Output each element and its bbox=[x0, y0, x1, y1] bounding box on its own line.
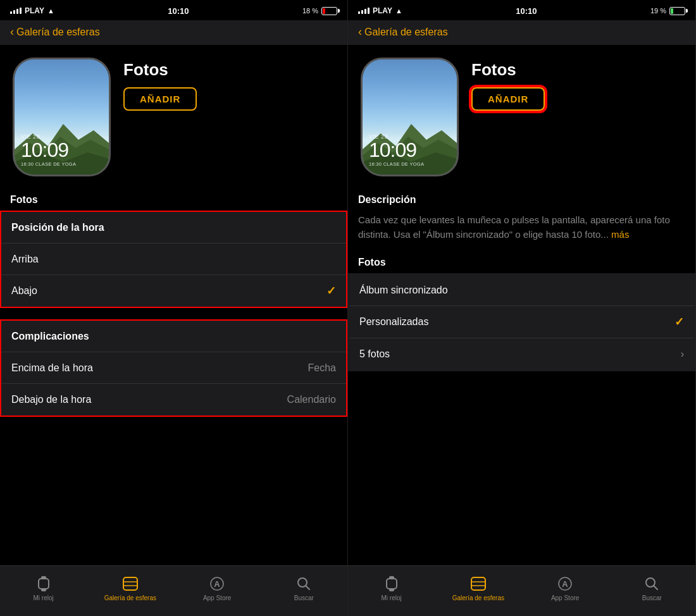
right-mi-reloj-icon bbox=[383, 576, 400, 592]
left-debajo-row[interactable]: Debajo de la hora Calendario bbox=[1, 384, 346, 416]
right-time: 10:10 bbox=[516, 6, 537, 16]
left-mi-reloj-icon bbox=[35, 576, 52, 592]
left-position-abajo: Abajo bbox=[11, 285, 37, 297]
left-add-button[interactable]: AÑADIR bbox=[123, 87, 197, 111]
right-description-title: Descripción bbox=[348, 187, 695, 211]
right-wifi-icon: ▲ bbox=[395, 7, 402, 15]
left-tab-galeria[interactable]: Galería de esferas bbox=[87, 576, 173, 601]
left-position-arriba-row[interactable]: Arriba bbox=[1, 243, 346, 275]
right-tab-bar: Mi reloj Galería de esferas A App Store bbox=[348, 565, 695, 616]
left-complications-title: Complicaciones bbox=[11, 331, 89, 342]
right-search-tab-icon bbox=[645, 577, 659, 591]
left-galeria-icon bbox=[122, 576, 139, 592]
left-fotos-label: Fotos bbox=[0, 187, 347, 211]
right-tab-app-store[interactable]: A App Store bbox=[522, 576, 609, 601]
svg-rect-4 bbox=[41, 576, 46, 579]
right-tab-galeria[interactable]: Galería de esferas bbox=[435, 576, 521, 601]
left-gallery-tab-icon bbox=[123, 577, 138, 591]
svg-line-12 bbox=[306, 586, 309, 589]
right-battery-pct: 19 % bbox=[650, 7, 666, 15]
right-status-bar: PLAY ▲ 10:10 19 % bbox=[348, 0, 695, 20]
signal-bar-2 bbox=[13, 10, 15, 14]
left-tab-mi-reloj[interactable]: Mi reloj bbox=[0, 576, 87, 601]
right-status-right: 19 % bbox=[650, 7, 685, 15]
right-battery bbox=[669, 7, 685, 15]
left-status-left: PLAY ▲ bbox=[10, 6, 54, 15]
signal-bar-4 bbox=[20, 8, 22, 14]
right-nav-bar: ‹ Galería de esferas bbox=[348, 20, 695, 45]
svg-rect-6 bbox=[123, 577, 137, 590]
left-tab-mi-reloj-label: Mi reloj bbox=[34, 594, 54, 601]
right-app-store-icon-container: A bbox=[557, 576, 573, 592]
left-debajo-label: Debajo de la hora bbox=[11, 394, 91, 405]
left-watch-frame: VIE 23 10:09 16:30 CLASE DE YOGA bbox=[13, 58, 111, 176]
svg-rect-17 bbox=[389, 576, 394, 579]
left-position-abajo-row[interactable]: Abajo ✓ bbox=[1, 275, 346, 307]
right-signal-bars bbox=[358, 8, 370, 14]
right-watch-frame: VIE 23 10:09 16:30 CLASE DE YOGA bbox=[361, 58, 459, 176]
left-tab-bar: Mi reloj Galería de esferas A App Store bbox=[0, 565, 347, 616]
right-fotos-title: Fotos bbox=[348, 249, 695, 273]
left-status-right: 18 % bbox=[302, 7, 337, 15]
right-description-text: Cada vez que levantes la muñeca o pulses… bbox=[348, 211, 695, 249]
left-encima-row[interactable]: Encima de la hora Fecha bbox=[1, 352, 346, 384]
right-more-link[interactable]: más bbox=[611, 229, 629, 240]
left-position-title: Posición de la hora bbox=[11, 222, 104, 233]
svg-rect-18 bbox=[389, 588, 394, 591]
left-debajo-value: Calendario bbox=[287, 394, 336, 405]
left-battery-fill bbox=[323, 8, 325, 14]
right-carrier: PLAY bbox=[373, 6, 392, 15]
right-tab-mi-reloj-label: Mi reloj bbox=[382, 594, 402, 601]
right-watch-face: VIE 23 10:09 16:30 CLASE DE YOGA bbox=[363, 59, 457, 175]
right-face-info: Fotos AÑADIR bbox=[471, 58, 685, 111]
signal-bar-1 bbox=[10, 11, 12, 14]
svg-line-25 bbox=[654, 586, 657, 589]
left-spacer bbox=[0, 309, 347, 319]
right-add-button[interactable]: AÑADIR bbox=[471, 87, 545, 111]
right-tab-app-store-label: App Store bbox=[551, 594, 579, 601]
left-tab-app-store-label: App Store bbox=[203, 594, 231, 601]
right-gallery-tab-icon bbox=[471, 577, 486, 591]
left-tab-buscar[interactable]: Buscar bbox=[261, 576, 347, 601]
right-personalizadas-label: Personalizadas bbox=[359, 316, 428, 328]
right-fotos-group: Álbum sincronizado Personalizadas ✓ 5 fo… bbox=[348, 273, 695, 371]
left-back-button[interactable]: ‹ Galería de esferas bbox=[10, 25, 100, 39]
left-phone-panel: PLAY ▲ 10:10 18 % ‹ Galería de esferas bbox=[0, 0, 348, 616]
left-watch-time: 10:09 bbox=[21, 140, 109, 160]
right-album-row[interactable]: Álbum sincronizado bbox=[349, 274, 694, 306]
left-appstore-tab-icon: A bbox=[210, 577, 224, 591]
left-watch-face: VIE 23 10:09 16:30 CLASE DE YOGA bbox=[15, 59, 109, 175]
right-tab-buscar[interactable]: Buscar bbox=[609, 576, 695, 601]
right-tab-buscar-label: Buscar bbox=[642, 594, 662, 601]
svg-rect-19 bbox=[471, 577, 485, 590]
right-face-title: Fotos bbox=[471, 60, 685, 80]
left-complications-group: Complicaciones Encima de la hora Fecha D… bbox=[0, 319, 347, 417]
left-complications-title-row[interactable]: Complicaciones bbox=[1, 321, 346, 352]
svg-rect-5 bbox=[41, 588, 46, 591]
right-watch-time: 10:09 bbox=[369, 140, 457, 160]
right-battery-icon bbox=[669, 7, 685, 15]
left-position-title-row[interactable]: Posición de la hora bbox=[1, 212, 346, 243]
left-watch-time-info: VIE 23 10:09 16:30 CLASE DE YOGA bbox=[15, 133, 109, 167]
left-position-group: Posición de la hora Arriba Abajo ✓ bbox=[0, 211, 347, 308]
right-galeria-icon bbox=[470, 576, 487, 592]
left-face-info: Fotos AÑADIR bbox=[123, 58, 337, 111]
right-signal-bar-3 bbox=[364, 9, 366, 14]
right-album-label: Álbum sincronizado bbox=[359, 285, 448, 296]
right-5fotos-row[interactable]: 5 fotos › bbox=[349, 338, 694, 370]
right-5fotos-chevron-icon: › bbox=[681, 348, 684, 360]
right-status-left: PLAY ▲ bbox=[358, 6, 402, 15]
right-back-button[interactable]: ‹ Galería de esferas bbox=[358, 25, 448, 39]
right-preview-section: VIE 23 10:09 16:30 CLASE DE YOGA Fotos A… bbox=[348, 45, 695, 187]
left-wifi-icon: ▲ bbox=[47, 7, 54, 15]
left-tab-galeria-label: Galería de esferas bbox=[104, 594, 156, 601]
left-face-title: Fotos bbox=[123, 60, 337, 80]
right-tab-mi-reloj[interactable]: Mi reloj bbox=[348, 576, 435, 601]
right-tab-galeria-label: Galería de esferas bbox=[452, 594, 504, 601]
right-phone-panel: PLAY ▲ 10:10 19 % ‹ Galería de esferas bbox=[348, 0, 696, 616]
left-watch-tab-icon bbox=[37, 576, 51, 592]
right-personalizadas-row[interactable]: Personalizadas ✓ bbox=[349, 306, 694, 338]
left-battery-icon bbox=[321, 7, 337, 15]
left-time: 10:10 bbox=[168, 6, 189, 16]
left-tab-app-store[interactable]: A App Store bbox=[174, 576, 261, 601]
